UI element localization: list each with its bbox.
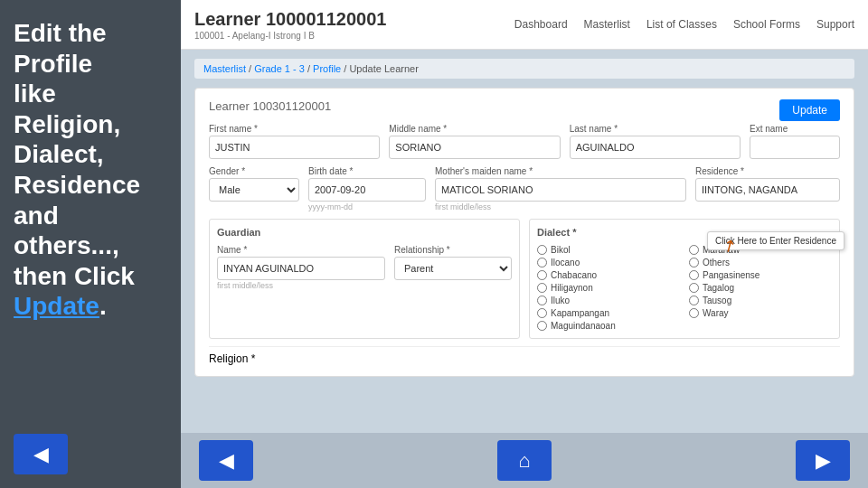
middle-name-group: Middle name *	[389, 124, 560, 159]
middle-name-input[interactable]	[389, 136, 560, 159]
last-name-input[interactable]	[570, 136, 741, 159]
form-card-title: Learner 100301120001	[209, 99, 840, 113]
content-area: Masterlist / Grade 1 - 3 / Profile / Upd…	[181, 50, 868, 433]
nav-links: Dashboard Masterlist List of Classes Sch…	[514, 18, 854, 31]
left-panel: Edit the Profile like Religion, Dialect,…	[0, 0, 181, 488]
back-button[interactable]: ◀	[14, 434, 68, 474]
dialect-bikol[interactable]: Bikol	[537, 245, 680, 255]
instruction-line9: then Click	[14, 262, 135, 290]
form-card: Learner 100301120001 Update First name *…	[194, 88, 854, 377]
dialect-tagalog[interactable]: Tagalog	[689, 283, 832, 293]
instruction-line8: others...,	[14, 231, 119, 259]
instruction-line4: Religion,	[14, 110, 120, 138]
ext-name-group: Ext name	[750, 124, 840, 159]
dialect-hiligaynon-radio[interactable]	[537, 283, 547, 293]
gender-label: Gender *	[209, 166, 299, 176]
nav-link-support[interactable]: Support	[816, 18, 854, 31]
nav-forward-button[interactable]: ▶	[796, 440, 850, 481]
instruction-update-link: Update	[14, 292, 99, 320]
nav-link-forms[interactable]: School Forms	[733, 18, 800, 31]
nav-link-masterlist[interactable]: Masterlist	[584, 18, 630, 31]
dialect-others[interactable]: Others	[689, 258, 832, 267]
ext-name-input[interactable]	[750, 136, 840, 159]
dialect-ilocano[interactable]: Ilocano	[537, 258, 680, 267]
birthdate-group: Birth date * yyyy-mm-dd	[308, 166, 426, 211]
last-name-group: Last name *	[570, 124, 741, 159]
update-button[interactable]: Update	[779, 99, 840, 121]
dialect-maguindanaoan[interactable]: Maguindanaoan	[537, 321, 680, 331]
instruction-line6: Residence	[14, 171, 140, 199]
back-nav-icon: ◀	[219, 449, 234, 473]
dialect-chabacano[interactable]: Chabacano	[537, 270, 680, 280]
instruction-line7: and	[14, 202, 59, 230]
guardian-section: Guardian Name * first middle/less Relati…	[209, 219, 520, 339]
breadcrumb-grade[interactable]: Grade 1 - 3	[254, 63, 305, 74]
breadcrumb-masterlist[interactable]: Masterlist	[203, 63, 246, 74]
dialect-tausog[interactable]: Tausog	[689, 296, 832, 305]
guardian-name-hint: first middle/less	[217, 281, 385, 290]
page-title: Learner 100001120001	[194, 9, 386, 30]
dialect-kapampangan[interactable]: Kapampangan	[537, 308, 680, 318]
dialect-pangasinense-radio[interactable]	[689, 270, 699, 280]
instruction-line5: Dialect,	[14, 140, 104, 168]
guardian-name-input[interactable]	[217, 257, 385, 280]
bottom-nav: ◀ ⌂ ▶	[181, 433, 868, 488]
dialect-waray[interactable]: Waray	[689, 308, 832, 318]
dialect-bikol-radio[interactable]	[537, 245, 547, 255]
dialect-ilocano-radio[interactable]	[537, 258, 547, 267]
back-icon: ◀	[33, 443, 49, 466]
home-nav-icon: ⌂	[518, 449, 530, 473]
guardian-name-label: Name *	[217, 245, 385, 255]
guardian-relationship-group: Relationship * Parent Guardian	[394, 245, 512, 290]
instruction-line1: Edit the	[14, 19, 107, 47]
first-name-group: First name *	[209, 124, 380, 159]
nav-link-classes[interactable]: List of Classes	[646, 18, 717, 31]
breadcrumb-current: Update Learner	[349, 63, 418, 74]
mothers-maiden-group: Mother's maiden name * first middle/less	[435, 166, 686, 211]
birthdate-label: Birth date *	[308, 166, 426, 176]
dialect-others-radio[interactable]	[689, 258, 699, 267]
gender-select[interactable]: Male Female	[209, 178, 299, 202]
religion-label: Religion *	[209, 352, 255, 365]
dialect-pangasinense[interactable]: Pangasinense	[689, 270, 832, 280]
residence-label: Residence *	[695, 166, 840, 176]
breadcrumb: Masterlist / Grade 1 - 3 / Profile / Upd…	[194, 59, 854, 79]
instruction-line2: Profile	[14, 50, 92, 78]
nav-home-button[interactable]: ⌂	[497, 440, 552, 481]
dialect-iluko[interactable]: Iluko	[537, 296, 680, 305]
dialect-hiligaynon[interactable]: Hiligaynon	[537, 283, 680, 293]
dialect-waray-radio[interactable]	[689, 308, 699, 318]
religion-row: Religion *	[209, 346, 840, 365]
residence-input[interactable]	[695, 178, 840, 202]
first-name-label: First name *	[209, 124, 380, 134]
dialect-iluko-radio[interactable]	[537, 296, 547, 305]
last-name-label: Last name *	[570, 124, 741, 134]
mothers-maiden-input[interactable]	[435, 178, 686, 202]
mothers-maiden-label: Mother's maiden name *	[435, 166, 686, 176]
nav-link-dashboard[interactable]: Dashboard	[514, 18, 568, 31]
breadcrumb-profile[interactable]: Profile	[313, 63, 341, 74]
middle-name-label: Middle name *	[389, 124, 560, 134]
birthdate-input[interactable]	[308, 178, 426, 202]
guardian-name-row: Name * first middle/less Relationship * …	[217, 245, 512, 290]
mothers-maiden-hint: first middle/less	[435, 202, 686, 211]
dialect-tausog-radio[interactable]	[689, 296, 699, 305]
name-row: First name * Middle name * Last name * E…	[209, 124, 840, 159]
dialect-maguindanaoan-radio[interactable]	[537, 321, 547, 331]
birthdate-hint: yyyy-mm-dd	[308, 202, 426, 211]
dialect-tagalog-radio[interactable]	[689, 283, 699, 293]
instruction-text: Edit the Profile like Religion, Dialect,…	[14, 18, 167, 322]
dialect-kapampangan-radio[interactable]	[537, 308, 547, 318]
dialect-chabacano-radio[interactable]	[537, 270, 547, 280]
ext-name-label: Ext name	[750, 124, 840, 134]
guardian-relationship-select[interactable]: Parent Guardian	[394, 257, 512, 280]
instruction-line3: like	[14, 80, 56, 108]
nav-back-button[interactable]: ◀	[199, 440, 253, 481]
forward-nav-icon: ▶	[816, 449, 831, 473]
nav-title-group: Learner 100001120001 100001 - Apelang-I …	[194, 9, 386, 41]
guardian-title: Guardian	[217, 227, 512, 238]
dialect-maranaw-radio[interactable]	[689, 245, 699, 255]
guardian-name-group: Name * first middle/less	[217, 245, 385, 290]
dialect-grid: Bikol Maranaw Ilocano Others	[537, 245, 832, 331]
first-name-input[interactable]	[209, 136, 380, 159]
